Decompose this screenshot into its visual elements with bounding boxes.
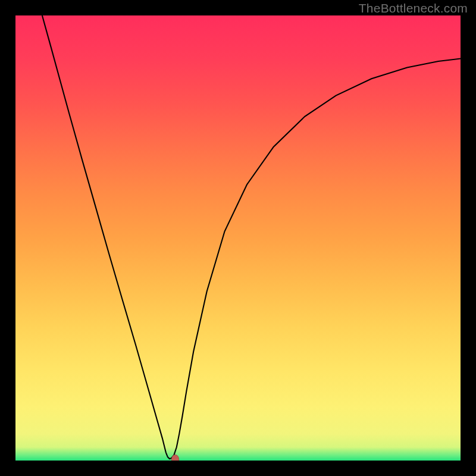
chart-frame: TheBottleneck.com xyxy=(0,0,476,476)
optimum-marker xyxy=(171,455,178,461)
bottleneck-curve xyxy=(42,15,461,459)
plot-area xyxy=(15,15,461,461)
chart-svg xyxy=(15,15,461,461)
watermark-text: TheBottleneck.com xyxy=(359,1,468,15)
